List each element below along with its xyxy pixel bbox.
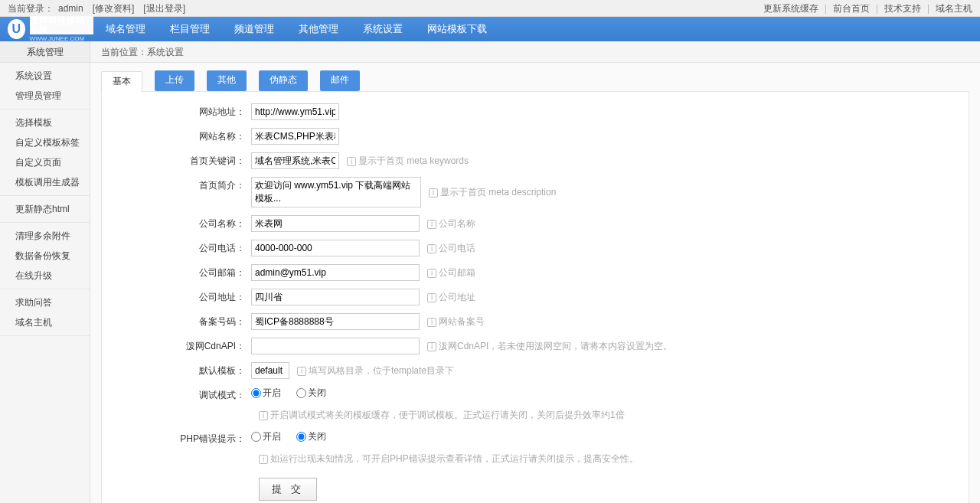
- top-link-host[interactable]: 域名主机: [936, 0, 972, 16]
- sidebar-item-clean-attach[interactable]: 清理多余附件: [0, 226, 90, 246]
- input-site-url[interactable]: [251, 103, 339, 120]
- sidebar-item-domain-host[interactable]: 域名主机: [0, 312, 90, 332]
- label-icp: 备案号码：: [102, 313, 251, 330]
- tab-mail[interactable]: 邮件: [320, 70, 360, 91]
- sidebar-item-select-template[interactable]: 选择模板: [0, 113, 90, 132]
- login-prefix: 当前登录：: [8, 0, 54, 16]
- form-panel: 网站地址： 网站名称： 首页关键词： i显示于首页 meta keywords …: [101, 91, 969, 503]
- top-link-cache[interactable]: 更新系统缓存: [763, 0, 818, 16]
- label-site-name: 网站名称：: [102, 128, 251, 145]
- label-keywords: 首页关键词：: [102, 152, 251, 169]
- input-company-tel[interactable]: [251, 240, 420, 256]
- login-user: admin: [58, 0, 83, 16]
- hint-company-addr: i公司地址: [427, 291, 475, 304]
- info-icon: i: [259, 411, 268, 420]
- hint-cdnapi: i泼网CdnAPI，若未使用泼网空间，请将本内容设置为空。: [427, 340, 672, 353]
- sidebar-item-admin[interactable]: 管理员管理: [0, 86, 90, 106]
- input-site-name[interactable]: [251, 128, 339, 145]
- note-php-error: i如运行出现未知情况，可开启PHP错误提示查看详情，正式运行请关闭提示，提高安全…: [102, 452, 969, 465]
- label-site-url: 网站地址：: [102, 103, 251, 120]
- info-icon: i: [427, 342, 436, 351]
- logo-title: 泼网科技建站系统: [30, 16, 93, 34]
- edit-profile-link[interactable]: [修改资料]: [93, 0, 135, 16]
- top-left: 当前登录： admin [修改资料] [退出登录]: [8, 0, 185, 16]
- hint-company-email: i公司邮箱: [427, 266, 475, 279]
- sidebar-title: 系统管理: [0, 41, 90, 63]
- logout-link[interactable]: [退出登录]: [143, 0, 185, 16]
- hint-keywords: i显示于首页 meta keywords: [347, 155, 469, 168]
- sidebar-item-faq[interactable]: 求助问答: [0, 292, 90, 312]
- label-debug: 调试模式：: [102, 387, 251, 403]
- note-debug: i开启调试模式将关闭模板缓存，便于调试模板。正式运行请关闭，关闭后提升效率约1倍: [102, 409, 969, 422]
- hint-company-tel: i公司电话: [427, 242, 475, 255]
- info-icon: i: [297, 367, 306, 376]
- tab-other[interactable]: 其他: [207, 70, 247, 91]
- input-keywords[interactable]: [251, 152, 339, 169]
- label-company-name: 公司名称：: [102, 215, 251, 232]
- info-icon: i: [427, 293, 436, 302]
- top-right: 更新系统缓存| 前台首页| 技术支持| 域名主机: [763, 0, 972, 16]
- hint-icp: i网站备案号: [427, 315, 485, 328]
- nav-other[interactable]: 其他管理: [286, 17, 351, 41]
- nav-domain[interactable]: 域名管理: [93, 17, 158, 41]
- radio-debug-off[interactable]: [296, 388, 306, 398]
- info-icon: i: [427, 269, 436, 278]
- breadcrumb: 当前位置：系统设置: [90, 41, 980, 63]
- label-php-error: PHP错误提示：: [102, 430, 251, 447]
- nav-column[interactable]: 栏目管理: [158, 17, 222, 41]
- input-cdnapi[interactable]: [251, 338, 420, 354]
- hint-company-name: i公司名称: [427, 217, 475, 230]
- input-company-addr[interactable]: [251, 289, 420, 305]
- sidebar-item-custom-tag[interactable]: 自定义模板标签: [0, 132, 90, 152]
- tabs: 基本 上传 其他 伪静态 邮件: [90, 63, 980, 91]
- info-icon: i: [347, 157, 356, 166]
- hint-template: i填写风格目录，位于template目录下: [297, 364, 454, 377]
- input-company-name[interactable]: [251, 215, 420, 232]
- radio-debug-off-label[interactable]: 关闭: [296, 387, 326, 400]
- nav-template[interactable]: 网站模板下载: [415, 17, 499, 41]
- label-company-email: 公司邮箱：: [102, 264, 251, 281]
- label-cdnapi: 泼网CdnAPI：: [102, 338, 251, 354]
- sidebar-item-template-gen[interactable]: 模板调用生成器: [0, 172, 90, 192]
- sidebar-item-settings[interactable]: 系统设置: [0, 66, 90, 86]
- label-company-addr: 公司地址：: [102, 289, 251, 305]
- info-icon: i: [429, 188, 438, 198]
- radio-php-off-label[interactable]: 关闭: [296, 430, 326, 443]
- tab-basic[interactable]: 基本: [101, 71, 142, 92]
- logo-icon: U: [8, 19, 25, 39]
- radio-debug-on-label[interactable]: 开启: [251, 387, 281, 400]
- sidebar-item-custom-page[interactable]: 自定义页面: [0, 152, 90, 172]
- info-icon: i: [427, 318, 436, 327]
- sidebar-item-update-html[interactable]: 更新静态html: [0, 199, 90, 219]
- nav-channel[interactable]: 频道管理: [222, 17, 286, 41]
- radio-debug-on[interactable]: [251, 388, 261, 398]
- radio-php-off[interactable]: [296, 432, 306, 442]
- nav-system[interactable]: 系统设置: [351, 17, 415, 41]
- radio-php-on[interactable]: [251, 432, 261, 442]
- info-icon: i: [427, 244, 436, 253]
- input-template[interactable]: [251, 362, 289, 379]
- tab-rewrite[interactable]: 伪静态: [259, 70, 308, 91]
- input-company-email[interactable]: [251, 264, 420, 281]
- radio-php-on-label[interactable]: 开启: [251, 430, 281, 443]
- info-icon: i: [427, 220, 436, 229]
- label-intro: 首页简介：: [102, 177, 251, 194]
- breadcrumb-current: 系统设置: [147, 47, 184, 57]
- top-link-support[interactable]: 技术支持: [884, 0, 921, 16]
- label-template: 默认模板：: [102, 362, 251, 379]
- header: U 泼网科技建站系统 WWW.JUNEE.COM 域名管理 栏目管理 频道管理 …: [0, 17, 980, 41]
- label-company-tel: 公司电话：: [102, 240, 251, 256]
- sidebar: 系统管理 系统设置 管理员管理 选择模板 自定义模板标签 自定义页面 模板调用生…: [0, 41, 90, 503]
- textarea-intro[interactable]: 欢迎访问 www.ym51.vip 下载高端网站模板...: [251, 177, 421, 207]
- top-link-front[interactable]: 前台首页: [833, 0, 870, 16]
- top-bar: 当前登录： admin [修改资料] [退出登录] 更新系统缓存| 前台首页| …: [0, 0, 980, 17]
- main-nav: 域名管理 栏目管理 频道管理 其他管理 系统设置 网站模板下载: [93, 17, 499, 41]
- tab-upload[interactable]: 上传: [155, 70, 194, 91]
- info-icon: i: [259, 455, 268, 464]
- submit-button[interactable]: 提 交: [259, 478, 317, 501]
- sidebar-item-upgrade[interactable]: 在线升级: [0, 266, 90, 286]
- main-content: 当前位置：系统设置 基本 上传 其他 伪静态 邮件 网站地址： 网站名称： 首页…: [90, 41, 980, 503]
- input-icp[interactable]: [251, 313, 420, 330]
- logo: U 泼网科技建站系统 WWW.JUNEE.COM: [8, 16, 93, 42]
- sidebar-item-backup[interactable]: 数据备份恢复: [0, 246, 90, 266]
